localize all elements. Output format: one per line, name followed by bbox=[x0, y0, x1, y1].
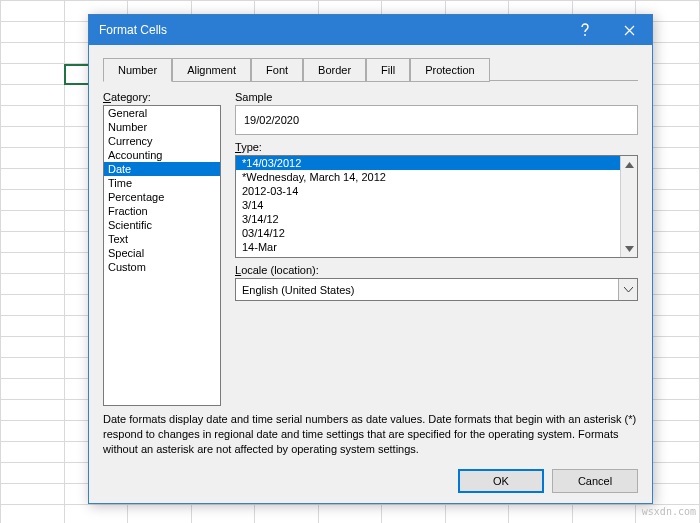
category-item[interactable]: Currency bbox=[104, 134, 220, 148]
tab-alignment[interactable]: Alignment bbox=[172, 58, 251, 82]
sample-label: Sample bbox=[235, 91, 638, 103]
category-item[interactable]: Scientific bbox=[104, 218, 220, 232]
scroll-up-icon[interactable] bbox=[621, 156, 637, 173]
type-item[interactable]: 3/14 bbox=[236, 198, 620, 212]
ok-button[interactable]: OK bbox=[458, 469, 544, 493]
close-icon[interactable] bbox=[607, 15, 652, 45]
description-text: Date formats display date and time seria… bbox=[103, 406, 638, 457]
category-item[interactable]: General bbox=[104, 106, 220, 120]
help-icon[interactable] bbox=[562, 15, 607, 45]
type-label: Type: bbox=[235, 141, 638, 153]
type-listbox[interactable]: *14/03/2012*Wednesday, March 14, 2012201… bbox=[235, 155, 638, 258]
chevron-down-icon[interactable] bbox=[618, 279, 637, 300]
type-item[interactable]: *Wednesday, March 14, 2012 bbox=[236, 170, 620, 184]
scroll-down-icon[interactable] bbox=[621, 240, 637, 257]
scrollbar[interactable] bbox=[620, 156, 637, 257]
dialog-title: Format Cells bbox=[99, 23, 562, 37]
category-item[interactable]: Text bbox=[104, 232, 220, 246]
category-item[interactable]: Percentage bbox=[104, 190, 220, 204]
category-item[interactable]: Accounting bbox=[104, 148, 220, 162]
button-row: OK Cancel bbox=[103, 457, 638, 493]
locale-dropdown[interactable]: English (United States) bbox=[235, 278, 638, 301]
category-item[interactable]: Date bbox=[104, 162, 220, 176]
category-item[interactable]: Fraction bbox=[104, 204, 220, 218]
type-item[interactable]: 3/14/12 bbox=[236, 212, 620, 226]
locale-value: English (United States) bbox=[242, 284, 355, 296]
tab-font[interactable]: Font bbox=[251, 58, 303, 82]
type-item[interactable]: 03/14/12 bbox=[236, 226, 620, 240]
sample-value: 19/02/2020 bbox=[235, 105, 638, 135]
category-item[interactable]: Number bbox=[104, 120, 220, 134]
svg-point-0 bbox=[584, 34, 586, 36]
category-item[interactable]: Special bbox=[104, 246, 220, 260]
tab-bar: NumberAlignmentFontBorderFillProtection bbox=[103, 57, 638, 81]
type-item[interactable]: *14/03/2012 bbox=[236, 156, 620, 170]
cancel-button[interactable]: Cancel bbox=[552, 469, 638, 493]
category-label: Category: bbox=[103, 91, 221, 103]
watermark: wsxdn.com bbox=[642, 506, 696, 517]
category-item[interactable]: Custom bbox=[104, 260, 220, 274]
format-cells-dialog: Format Cells NumberAlignmentFontBorderFi… bbox=[88, 14, 653, 504]
tab-protection[interactable]: Protection bbox=[410, 58, 490, 82]
tab-fill[interactable]: Fill bbox=[366, 58, 410, 82]
titlebar[interactable]: Format Cells bbox=[89, 15, 652, 45]
category-listbox[interactable]: GeneralNumberCurrencyAccountingDateTimeP… bbox=[103, 105, 221, 406]
type-item[interactable]: 14-Mar bbox=[236, 240, 620, 254]
category-item[interactable]: Time bbox=[104, 176, 220, 190]
tab-border[interactable]: Border bbox=[303, 58, 366, 82]
locale-label: Locale (location): bbox=[235, 264, 638, 276]
type-item[interactable]: 2012-03-14 bbox=[236, 184, 620, 198]
tab-number[interactable]: Number bbox=[103, 58, 172, 82]
